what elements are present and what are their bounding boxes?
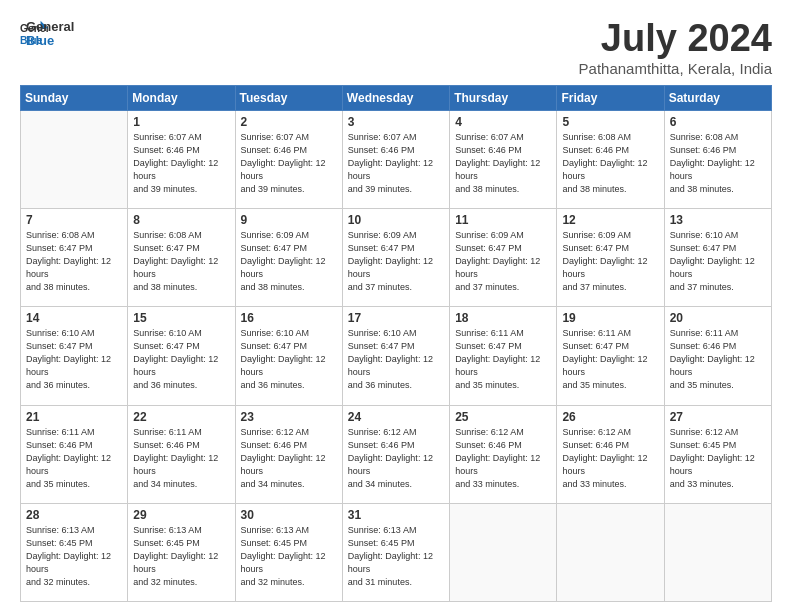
cell-info: Sunrise: 6:08 AMSunset: 6:47 PMDaylight:… [133,229,229,294]
day-number: 11 [455,213,551,227]
cell-info: Sunrise: 6:12 AMSunset: 6:46 PMDaylight:… [348,426,444,491]
calendar-cell: 14Sunrise: 6:10 AMSunset: 6:47 PMDayligh… [21,307,128,405]
cell-info: Sunrise: 6:09 AMSunset: 6:47 PMDaylight:… [455,229,551,294]
calendar-cell: 19Sunrise: 6:11 AMSunset: 6:47 PMDayligh… [557,307,664,405]
calendar-cell: 16Sunrise: 6:10 AMSunset: 6:47 PMDayligh… [235,307,342,405]
day-number: 30 [241,508,337,522]
calendar-cell: 5Sunrise: 6:08 AMSunset: 6:46 PMDaylight… [557,110,664,208]
cell-info: Sunrise: 6:13 AMSunset: 6:45 PMDaylight:… [26,524,122,589]
cell-info: Sunrise: 6:07 AMSunset: 6:46 PMDaylight:… [455,131,551,196]
cell-info: Sunrise: 6:13 AMSunset: 6:45 PMDaylight:… [348,524,444,589]
cell-info: Sunrise: 6:08 AMSunset: 6:47 PMDaylight:… [26,229,122,294]
cell-info: Sunrise: 6:12 AMSunset: 6:46 PMDaylight:… [455,426,551,491]
day-number: 24 [348,410,444,424]
calendar-cell: 27Sunrise: 6:12 AMSunset: 6:45 PMDayligh… [664,405,771,503]
day-number: 9 [241,213,337,227]
calendar-cell [21,110,128,208]
day-number: 17 [348,311,444,325]
calendar-header-thursday: Thursday [450,85,557,110]
cell-info: Sunrise: 6:07 AMSunset: 6:46 PMDaylight:… [133,131,229,196]
cell-info: Sunrise: 6:12 AMSunset: 6:46 PMDaylight:… [241,426,337,491]
day-number: 15 [133,311,229,325]
logo-blue-text: Blue [26,34,74,48]
calendar-cell: 24Sunrise: 6:12 AMSunset: 6:46 PMDayligh… [342,405,449,503]
calendar-header-friday: Friday [557,85,664,110]
cell-info: Sunrise: 6:10 AMSunset: 6:47 PMDaylight:… [26,327,122,392]
calendar-cell: 2Sunrise: 6:07 AMSunset: 6:46 PMDaylight… [235,110,342,208]
calendar-week-row: 1Sunrise: 6:07 AMSunset: 6:46 PMDaylight… [21,110,772,208]
calendar-cell [664,503,771,601]
month-title: July 2024 [579,18,772,60]
page: General Blue General Blue July 2024 Path… [0,0,792,612]
cell-info: Sunrise: 6:11 AMSunset: 6:47 PMDaylight:… [562,327,658,392]
cell-info: Sunrise: 6:08 AMSunset: 6:46 PMDaylight:… [670,131,766,196]
calendar-cell [557,503,664,601]
day-number: 23 [241,410,337,424]
day-number: 29 [133,508,229,522]
calendar-cell: 11Sunrise: 6:09 AMSunset: 6:47 PMDayligh… [450,209,557,307]
cell-info: Sunrise: 6:12 AMSunset: 6:46 PMDaylight:… [562,426,658,491]
day-number: 22 [133,410,229,424]
calendar-cell: 30Sunrise: 6:13 AMSunset: 6:45 PMDayligh… [235,503,342,601]
day-number: 10 [348,213,444,227]
day-number: 25 [455,410,551,424]
calendar-cell: 23Sunrise: 6:12 AMSunset: 6:46 PMDayligh… [235,405,342,503]
cell-info: Sunrise: 6:09 AMSunset: 6:47 PMDaylight:… [241,229,337,294]
calendar-week-row: 28Sunrise: 6:13 AMSunset: 6:45 PMDayligh… [21,503,772,601]
calendar-cell: 13Sunrise: 6:10 AMSunset: 6:47 PMDayligh… [664,209,771,307]
calendar-cell: 7Sunrise: 6:08 AMSunset: 6:47 PMDaylight… [21,209,128,307]
calendar-header-sunday: Sunday [21,85,128,110]
calendar-cell: 20Sunrise: 6:11 AMSunset: 6:46 PMDayligh… [664,307,771,405]
day-number: 8 [133,213,229,227]
calendar-header-tuesday: Tuesday [235,85,342,110]
calendar-cell: 6Sunrise: 6:08 AMSunset: 6:46 PMDaylight… [664,110,771,208]
calendar-cell: 9Sunrise: 6:09 AMSunset: 6:47 PMDaylight… [235,209,342,307]
calendar-cell: 28Sunrise: 6:13 AMSunset: 6:45 PMDayligh… [21,503,128,601]
calendar-header-saturday: Saturday [664,85,771,110]
day-number: 12 [562,213,658,227]
day-number: 2 [241,115,337,129]
day-number: 28 [26,508,122,522]
cell-info: Sunrise: 6:07 AMSunset: 6:46 PMDaylight:… [348,131,444,196]
calendar-cell: 1Sunrise: 6:07 AMSunset: 6:46 PMDaylight… [128,110,235,208]
day-number: 16 [241,311,337,325]
day-number: 1 [133,115,229,129]
cell-info: Sunrise: 6:13 AMSunset: 6:45 PMDaylight:… [133,524,229,589]
day-number: 27 [670,410,766,424]
day-number: 13 [670,213,766,227]
calendar-cell: 8Sunrise: 6:08 AMSunset: 6:47 PMDaylight… [128,209,235,307]
day-number: 18 [455,311,551,325]
calendar-header-row: SundayMondayTuesdayWednesdayThursdayFrid… [21,85,772,110]
calendar-table: SundayMondayTuesdayWednesdayThursdayFrid… [20,85,772,602]
calendar-cell: 21Sunrise: 6:11 AMSunset: 6:46 PMDayligh… [21,405,128,503]
calendar-week-row: 7Sunrise: 6:08 AMSunset: 6:47 PMDaylight… [21,209,772,307]
calendar-week-row: 14Sunrise: 6:10 AMSunset: 6:47 PMDayligh… [21,307,772,405]
calendar-cell: 22Sunrise: 6:11 AMSunset: 6:46 PMDayligh… [128,405,235,503]
calendar-header-monday: Monday [128,85,235,110]
cell-info: Sunrise: 6:08 AMSunset: 6:46 PMDaylight:… [562,131,658,196]
day-number: 4 [455,115,551,129]
cell-info: Sunrise: 6:09 AMSunset: 6:47 PMDaylight:… [348,229,444,294]
calendar-week-row: 21Sunrise: 6:11 AMSunset: 6:46 PMDayligh… [21,405,772,503]
calendar-cell: 26Sunrise: 6:12 AMSunset: 6:46 PMDayligh… [557,405,664,503]
cell-info: Sunrise: 6:07 AMSunset: 6:46 PMDaylight:… [241,131,337,196]
day-number: 21 [26,410,122,424]
cell-info: Sunrise: 6:11 AMSunset: 6:46 PMDaylight:… [26,426,122,491]
calendar-cell: 10Sunrise: 6:09 AMSunset: 6:47 PMDayligh… [342,209,449,307]
cell-info: Sunrise: 6:11 AMSunset: 6:47 PMDaylight:… [455,327,551,392]
calendar-cell: 29Sunrise: 6:13 AMSunset: 6:45 PMDayligh… [128,503,235,601]
day-number: 6 [670,115,766,129]
cell-info: Sunrise: 6:09 AMSunset: 6:47 PMDaylight:… [562,229,658,294]
header: General Blue General Blue July 2024 Path… [20,18,772,77]
cell-info: Sunrise: 6:11 AMSunset: 6:46 PMDaylight:… [670,327,766,392]
cell-info: Sunrise: 6:11 AMSunset: 6:46 PMDaylight:… [133,426,229,491]
day-number: 20 [670,311,766,325]
cell-info: Sunrise: 6:13 AMSunset: 6:45 PMDaylight:… [241,524,337,589]
logo-general-text: General [26,20,74,34]
day-number: 7 [26,213,122,227]
calendar-cell: 25Sunrise: 6:12 AMSunset: 6:46 PMDayligh… [450,405,557,503]
calendar-cell: 17Sunrise: 6:10 AMSunset: 6:47 PMDayligh… [342,307,449,405]
day-number: 3 [348,115,444,129]
calendar-cell [450,503,557,601]
day-number: 14 [26,311,122,325]
